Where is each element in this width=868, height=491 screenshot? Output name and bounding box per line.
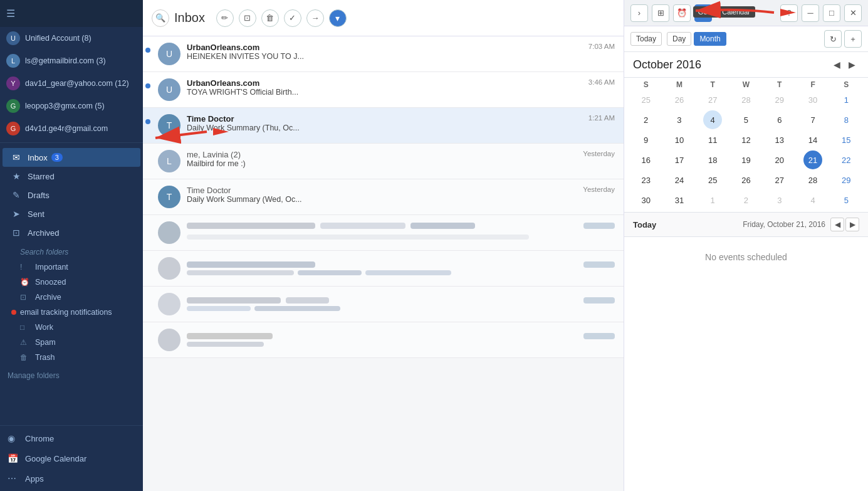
sidebar-item-google-calendar[interactable]: 📅 Google Calendar	[0, 448, 143, 468]
move-button[interactable]: →	[306, 9, 324, 27]
email-item[interactable]: L me, Lavinia (2) Mailbird for me :) Yes…	[143, 144, 624, 179]
folder-archive[interactable]: ⊡ Archive	[0, 290, 143, 305]
cal-day[interactable]: 4	[803, 191, 822, 209]
cal-day[interactable]: 24	[670, 171, 689, 189]
cal-day[interactable]: 23	[637, 171, 656, 189]
account-leo[interactable]: G leopop3@gmx.com (5)	[0, 95, 143, 117]
cal-day[interactable]: 10	[670, 130, 689, 149]
account-dav[interactable]: Y dav1d_gear@yahoo.com (12)	[0, 72, 143, 95]
cal-day[interactable]: 3	[670, 110, 689, 129]
sidebar-item-inbox[interactable]: ✉ Inbox 3	[3, 148, 140, 167]
cal-day[interactable]: 16	[637, 150, 656, 169]
blurred-email-item[interactable]	[143, 322, 624, 358]
help-button[interactable]: ?	[780, 4, 798, 22]
cal-day[interactable]: 29	[770, 90, 789, 109]
cal-day[interactable]: 5	[837, 191, 855, 209]
cal-day[interactable]: 2	[736, 191, 755, 209]
search-folders[interactable]: Search folders	[0, 245, 143, 260]
trash-icon: 🗑	[20, 353, 31, 362]
sidebar-item-starred[interactable]: ★ Starred	[3, 167, 140, 186]
cal-day[interactable]: 27	[703, 90, 722, 109]
cal-day[interactable]: 7	[803, 110, 822, 129]
cal-day[interactable]: 15	[837, 130, 855, 149]
archive-button[interactable]: ⊡	[239, 9, 256, 27]
folder-email-tracking[interactable]: email tracking notifications	[0, 305, 143, 320]
month-view-button[interactable]: Month	[694, 32, 726, 46]
sidebar-item-archived[interactable]: ⊡ Archived	[3, 223, 140, 242]
cal-day-today[interactable]: 21	[803, 150, 822, 169]
folder-spam[interactable]: ⚠ Spam	[0, 335, 143, 350]
prev-day-button[interactable]: ◀	[830, 218, 844, 231]
cal-day[interactable]: 29	[837, 171, 855, 189]
cal-day[interactable]: 22	[837, 150, 855, 169]
email-item[interactable]: U UrbanOrleans.com HEINEKEN INVITES YOU …	[143, 36, 624, 72]
email-item[interactable]: T Time Doctor Daily Work Summary (Thu, O…	[143, 108, 624, 144]
expand-button[interactable]: ›	[630, 4, 648, 22]
cal-day[interactable]: 14	[803, 130, 822, 149]
cal-day[interactable]: 25	[703, 171, 722, 189]
cal-day[interactable]: 13	[770, 130, 789, 149]
email-body: UrbanOrleans.com TOYA WRIGHT'S Official …	[187, 78, 583, 97]
day-view-button[interactable]: Day	[667, 32, 691, 46]
account-unified[interactable]: U Unified Account (8)	[0, 27, 143, 50]
cal-day[interactable]: 28	[736, 90, 755, 109]
cal-day[interactable]: 2	[637, 110, 656, 129]
cal-day[interactable]: 12	[736, 130, 755, 149]
close-button[interactable]: ✕	[844, 4, 862, 22]
sidebar-item-drafts[interactable]: ✎ Drafts	[3, 186, 140, 204]
account-ls[interactable]: L ls@getmailbird.com (3)	[0, 50, 143, 72]
search-button[interactable]: 🔍	[152, 9, 169, 27]
email-item[interactable]: U UrbanOrleans.com TOYA WRIGHT'S Officia…	[143, 72, 624, 108]
cal-day[interactable]: 27	[770, 171, 789, 189]
cal-day[interactable]: 11	[703, 130, 722, 149]
cal-day[interactable]: 25	[637, 90, 656, 109]
cal-day[interactable]: 6	[770, 110, 789, 129]
cal-day[interactable]: 28	[803, 171, 822, 189]
blurred-email-item[interactable]	[143, 251, 624, 287]
mark-button[interactable]: ✓	[284, 9, 301, 27]
next-month-button[interactable]: ▶	[844, 57, 859, 72]
cal-day[interactable]: 3	[770, 191, 789, 209]
account-d4v[interactable]: G d4v1d.ge4r@gmail.com	[0, 117, 143, 140]
cal-day[interactable]: 1	[837, 90, 855, 109]
cal-day[interactable]: 30	[803, 90, 822, 109]
hamburger-icon[interactable]: ☰	[6, 8, 15, 19]
sidebar-item-apps[interactable]: ⋯ Apps	[0, 468, 143, 488]
spam-icon: ⚠	[20, 338, 31, 347]
folder-important[interactable]: ! Important	[0, 260, 143, 275]
cal-day[interactable]: 30	[637, 191, 656, 209]
maximize-button[interactable]: □	[823, 4, 840, 22]
cal-day[interactable]: 20	[770, 150, 789, 169]
folder-work[interactable]: □ Work	[0, 320, 143, 335]
grid-view-button[interactable]: ⊞	[652, 4, 669, 22]
cal-day[interactable]: 26	[670, 90, 689, 109]
blurred-email-item[interactable]	[143, 215, 624, 251]
blurred-email-item[interactable]	[143, 287, 624, 322]
clock-button[interactable]: ⏰	[673, 4, 691, 22]
sidebar-item-sent[interactable]: ➤ Sent	[3, 204, 140, 223]
folder-snoozed[interactable]: ⏰ Snoozed	[0, 275, 143, 290]
cal-day[interactable]: 17	[670, 150, 689, 169]
cal-day[interactable]: 9	[637, 130, 656, 149]
today-button[interactable]: Today	[630, 32, 662, 46]
add-event-button[interactable]: +	[844, 30, 862, 48]
minimize-button[interactable]: ─	[802, 4, 819, 22]
refresh-button[interactable]: ↻	[824, 30, 842, 48]
cal-day[interactable]: 31	[670, 191, 689, 209]
delete-button[interactable]: 🗑	[261, 9, 279, 27]
cal-day[interactable]: 5	[736, 110, 755, 129]
cal-day[interactable]: 19	[736, 150, 755, 169]
cal-day[interactable]: 4	[703, 110, 722, 129]
next-day-button[interactable]: ▶	[845, 218, 859, 231]
folder-trash[interactable]: 🗑 Trash	[0, 350, 143, 365]
compose-button[interactable]: ✏	[216, 9, 234, 27]
cal-day[interactable]: 26	[736, 171, 755, 189]
email-item[interactable]: T Time Doctor Daily Work Summary (Wed, O…	[143, 179, 624, 215]
manage-folders[interactable]: Manage folders	[0, 367, 143, 384]
more-button[interactable]: ▾	[329, 9, 347, 27]
cal-day[interactable]: 18	[703, 150, 722, 169]
prev-month-button[interactable]: ◀	[829, 57, 844, 72]
cal-day[interactable]: 8	[837, 110, 855, 129]
sidebar-item-chrome[interactable]: ◉ Chrome	[0, 428, 143, 448]
cal-day[interactable]: 1	[703, 191, 722, 209]
